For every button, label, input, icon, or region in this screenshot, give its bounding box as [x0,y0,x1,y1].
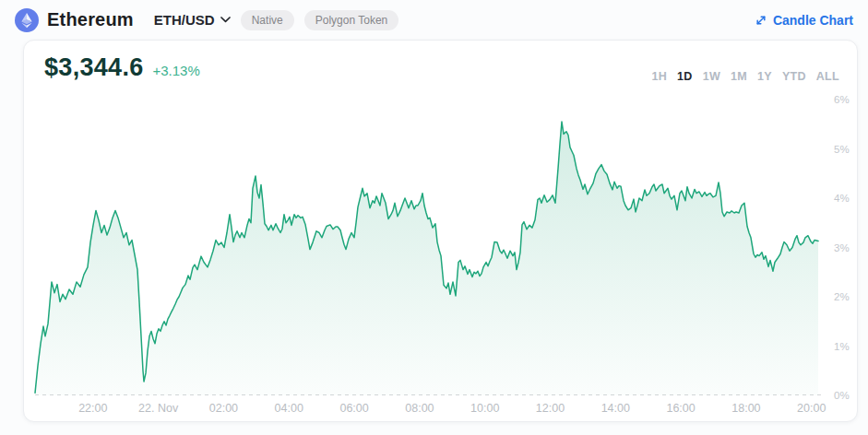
x-axis-label: 06:00 [339,402,368,415]
y-axis-label: 6% [834,93,868,107]
x-axis-label: 22:00 [78,402,107,415]
price-change-badge: +3.13% [153,63,200,82]
price-value: $3,344.6 [44,53,144,82]
badge-native: Native [241,10,294,30]
ethereum-logo-icon [15,8,39,32]
chevron-down-icon [220,17,231,23]
candle-chart-link[interactable]: Candle Chart [755,13,853,28]
x-axis-label: 12:00 [536,402,565,415]
price-chart[interactable] [35,100,825,395]
y-axis-label: 0% [834,389,868,403]
pair-selector[interactable]: ETH/USD [154,12,231,28]
coin-title: Ethereum [47,9,134,30]
x-axis: 22:0022. Nov02:0004:0006:0008:0010:0012:… [35,402,825,417]
range-1h[interactable]: 1H [651,70,667,83]
x-axis-label: 10:00 [470,402,499,415]
x-axis-label: 16:00 [666,402,695,415]
range-1w[interactable]: 1W [703,70,720,83]
range-1d[interactable]: 1D [677,70,693,83]
y-axis-label: 1% [834,340,868,354]
candle-chart-label: Candle Chart [773,13,853,28]
x-axis-label: 14:00 [601,402,630,415]
price-area [35,122,818,395]
pair-label: ETH/USD [154,12,215,28]
badge-polygon-token: Polygon Token [304,10,399,30]
range-1y[interactable]: 1Y [757,70,772,83]
x-axis-label: 08:00 [405,402,434,415]
x-axis-label: 02:00 [209,402,238,415]
price-row: $3,344.6 +3.13% [44,53,200,82]
range-selector: 1H1D1W1M1YYTDALL [651,70,839,83]
x-axis-label: 18:00 [731,402,760,415]
x-axis-label: 20:00 [797,402,826,415]
x-axis-label: 04:00 [275,402,303,415]
range-1m[interactable]: 1M [731,70,747,83]
y-axis-label: 4% [834,192,868,206]
x-axis-label: 22. Nov [138,402,178,415]
range-ytd[interactable]: YTD [782,70,806,83]
range-all[interactable]: ALL [816,70,839,83]
app-header: Ethereum ETH/USD Native Polygon Token Ca… [0,0,868,40]
y-axis-label: 5% [834,143,868,157]
y-axis-label: 3% [834,241,868,255]
candle-chart-icon [755,14,767,27]
chart-card: $3,344.6 +3.13% 1H1D1W1M1YYTDALL 0%1%2%3… [23,40,858,422]
y-axis-label: 2% [834,290,868,304]
